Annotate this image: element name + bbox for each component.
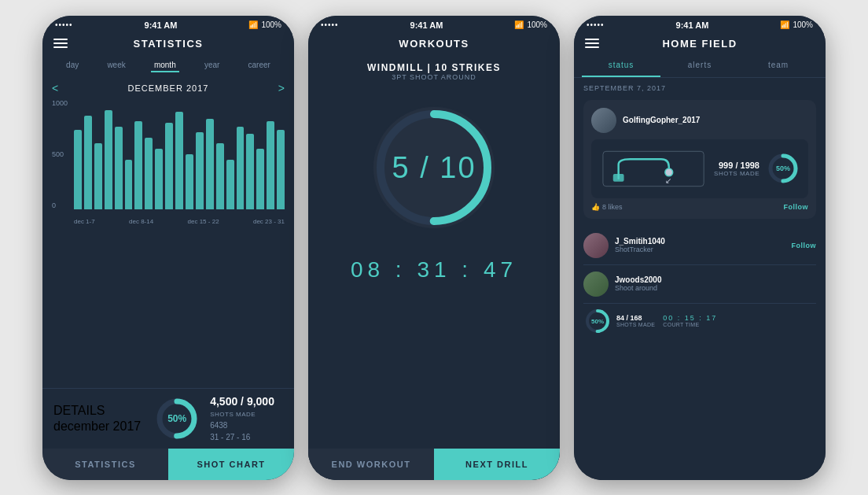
usertag-2: ShotTracker (615, 246, 785, 253)
chart-bar (115, 127, 123, 209)
status-bar-1: ••••• 9:41 AM 📶 100% (42, 16, 294, 33)
stat-31-27-16: 31 - 27 - 16 (210, 433, 274, 441)
x-axis-labels: dec 1-7 dec 8-14 dec 15 - 22 dec 23 - 31 (74, 218, 285, 225)
post-percentage: 50% (776, 164, 790, 172)
username-1: GolfingGopher_2017 (623, 116, 700, 124)
chart-bar (246, 134, 254, 209)
follow-button-2[interactable]: Follow (792, 242, 817, 249)
signal-dots-2: ••••• (321, 20, 339, 29)
statistics-screen: day week month year career < DECEMBER 20… (42, 54, 294, 480)
bar-chart: 1000 500 0 dec 1-7 dec 8-14 dec 15 - 22 … (52, 99, 285, 225)
mini-timer-lbl: COURT TIME (663, 322, 717, 327)
chart-bar (237, 127, 245, 209)
workout-bottom-nav: END WORKOUT NEXT DRILL (308, 449, 560, 480)
statistics-tab[interactable]: STATISTICS (42, 449, 168, 480)
menu-icon-3[interactable] (585, 39, 599, 48)
chart-bar (216, 143, 224, 209)
user-info-2: Jwoods2000 Shoot around (615, 275, 816, 292)
svg-rect-7 (613, 173, 624, 181)
phone-statistics: ••••• 9:41 AM 📶 100% STATISTICS day week… (42, 16, 294, 480)
signal-dots-1: ••••• (55, 20, 73, 29)
end-workout-button[interactable]: END WORKOUT (308, 449, 434, 480)
svg-text:↙: ↙ (665, 175, 671, 184)
shots-made-value: 4,500 / 9,000 (210, 395, 274, 408)
avatar-1 (591, 108, 616, 133)
screen-title-3: HOME FIELD (662, 38, 737, 50)
shots-num: 999 / 1998 (714, 161, 760, 170)
tab-team[interactable]: team (739, 54, 818, 77)
chart-date: DECEMBER 2017 (128, 83, 209, 93)
wifi-icon-3: 📶 (780, 20, 789, 29)
chart-bar (226, 160, 234, 209)
battery-area-2: 📶 100% (514, 20, 547, 29)
x-label-1: dec 1-7 (74, 218, 95, 225)
filter-day[interactable]: day (63, 59, 82, 72)
phone-homefield: ••••• 9:41 AM 📶 100% HOME FIELD status a… (574, 16, 826, 480)
workouts-screen: WINDMILL | 10 STRIKES 3PT SHOOT AROUND 5… (308, 54, 560, 480)
next-drill-button[interactable]: NEXT DRILL (434, 449, 560, 480)
time-2: 9:41 AM (410, 20, 443, 30)
filter-week[interactable]: week (104, 59, 128, 72)
chart-bar (277, 130, 285, 209)
tab-bar: status alerts team (574, 54, 826, 78)
chart-bar (155, 149, 163, 209)
thumbs-up-icon: 👍 (591, 203, 600, 211)
chart-bar (84, 116, 92, 209)
nav-bar-2: WORKOUTS (308, 33, 560, 54)
battery-label-1: 100% (261, 20, 281, 29)
stat-6438: 6438 (210, 421, 274, 430)
chart-prev[interactable]: < (52, 82, 58, 94)
x-label-3: dec 15 - 22 (188, 218, 219, 225)
mini-shots-lbl: SHOTS MADE (616, 322, 655, 327)
follow-button-1[interactable]: Follow (784, 203, 809, 211)
details-sub-label: december 2017 (53, 419, 141, 434)
stats-percentage: 50% (167, 413, 186, 424)
y-axis-labels: 1000 500 0 (52, 99, 68, 209)
tab-status[interactable]: status (582, 54, 660, 77)
chart-bar (206, 119, 214, 209)
workout-name: WINDMILL | 10 STRIKES (367, 62, 501, 73)
likes-text: 8 likes (602, 203, 623, 211)
user-item-1: J_Smitih1040 ShotTracker Follow (583, 227, 816, 265)
home-content: SEPTEMBER 7, 2017 GolfingGopher_2017 (574, 78, 826, 480)
shots-info: 999 / 1998 SHOTS MADE (714, 161, 760, 177)
filter-month[interactable]: month (151, 59, 179, 72)
svg-point-6 (665, 168, 673, 176)
battery-area-3: 📶 100% (780, 20, 813, 29)
battery-label-2: 100% (527, 20, 547, 29)
y-label-500: 500 (52, 150, 68, 158)
screen-title-2: WORKOUTS (399, 38, 469, 50)
mini-stat-info-2: 00 : 15 : 17 COURT TIME (663, 314, 717, 327)
menu-icon-1[interactable] (53, 39, 68, 48)
field-visual: ↙ 999 / 1998 SHOTS MADE 50% (591, 139, 808, 198)
chart-bar (256, 149, 264, 209)
chart-next[interactable]: > (278, 82, 285, 94)
bars-container (74, 99, 285, 209)
battery-label-3: 100% (793, 20, 813, 29)
likes-count[interactable]: 👍 8 likes (591, 203, 623, 211)
mini-stat-box-2: 00 : 15 : 17 COURT TIME (663, 307, 717, 335)
chart-area: < DECEMBER 2017 > 1000 500 0 dec 1-7 dec… (42, 77, 294, 388)
status-bar-2: ••••• 9:41 AM 📶 100% (308, 16, 560, 33)
wifi-icon-1: 📶 (248, 20, 258, 29)
details-stats-block: 4,500 / 9,000 SHOTS MADE 6438 31 - 27 - … (210, 395, 274, 441)
phone-workouts: ••••• 9:41 AM 📶 100% WORKOUTS WINDMILL |… (308, 16, 560, 480)
username-3: Jwoods2000 (615, 275, 816, 284)
tab-alerts[interactable]: alerts (660, 54, 739, 77)
filter-career[interactable]: career (245, 59, 274, 72)
progress-circle: 5 / 10 (363, 97, 505, 238)
chart-bar (165, 123, 173, 209)
mini-timer: 00 : 15 : 17 (663, 314, 717, 322)
mini-donut-1: 50% (583, 307, 612, 335)
shot-chart-tab[interactable]: SHOT CHART (168, 449, 294, 480)
chart-bar (105, 110, 112, 209)
post-user: GolfingGopher_2017 (591, 108, 808, 133)
screen-title-1: STATISTICS (134, 38, 204, 50)
chart-bar (186, 154, 193, 209)
time-1: 9:41 AM (145, 20, 178, 30)
filter-year[interactable]: year (201, 59, 223, 72)
progress-label: 5 / 10 (392, 150, 476, 184)
avatar-2 (583, 233, 609, 258)
chart-bar (125, 160, 133, 209)
mini-stat-box-1: 50% 84 / 168 SHOTS MADE (583, 307, 655, 335)
